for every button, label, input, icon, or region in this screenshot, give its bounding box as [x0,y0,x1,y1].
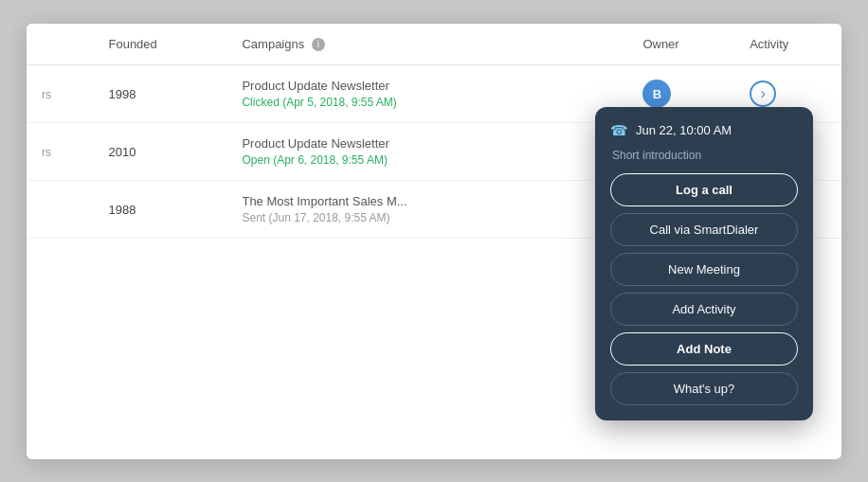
cell-founded-3: 1988 [93,181,226,239]
cell-campaigns-3: The Most Important Sales M... Sent (Jun … [226,181,627,239]
row-prefix: rs [27,123,93,181]
phone-icon: ☎ [610,122,628,139]
log-call-button[interactable]: Log a call [610,173,798,206]
activity-popup: ☎ Jun 22, 10:00 AM Short introduction Lo… [595,107,813,420]
row-prefix [27,181,93,239]
main-window: Founded Campaigns i Owner Activity [27,24,841,459]
new-meeting-button[interactable]: New Meeting [610,253,798,286]
col-header-owner: Owner [627,24,734,65]
cell-campaigns-2: Product Update Newsletter Open (Apr 6, 2… [226,123,627,181]
col-header-empty [27,24,93,65]
col-header-activity: Activity [734,24,841,65]
popup-date: Jun 22, 10:00 AM [636,123,732,137]
call-via-smartdialer-button[interactable]: Call via SmartDialer [610,213,798,246]
campaigns-info-icon[interactable]: i [312,38,325,51]
cell-founded-1: 1998 [93,65,226,123]
popup-header: ☎ Jun 22, 10:00 AM [610,122,798,139]
add-activity-button[interactable]: Add Activity [610,293,798,326]
cell-campaigns-1: Product Update Newsletter Clicked (Apr 5… [226,65,627,123]
row-prefix: rs [27,65,93,123]
cell-founded-2: 2010 [93,123,226,181]
add-note-button[interactable]: Add Note [610,332,798,366]
avatar-1: B [642,80,671,108]
popup-subtitle: Short introduction [610,149,798,162]
col-header-founded: Founded [93,24,226,65]
whats-up-button[interactable]: What's up? [610,372,798,405]
activity-button-1[interactable]: › [750,80,776,107]
col-header-campaigns: Campaigns i [226,24,627,65]
